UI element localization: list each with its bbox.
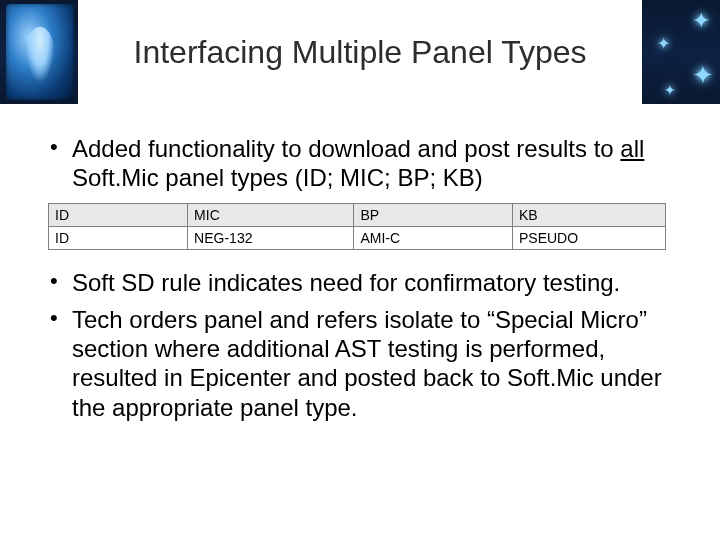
td-bp: AMI-C (354, 226, 513, 249)
th-kb: KB (513, 203, 666, 226)
th-id: ID (49, 203, 188, 226)
slide-body: Added functionality to download and post… (0, 104, 720, 422)
table-header-row: ID MIC BP KB (49, 203, 666, 226)
td-kb: PSEUDO (513, 226, 666, 249)
bullet-1: Added functionality to download and post… (46, 134, 674, 193)
th-mic: MIC (188, 203, 354, 226)
td-id: ID (49, 226, 188, 249)
th-bp: BP (354, 203, 513, 226)
bullet-3: Tech orders panel and refers isolate to … (46, 305, 674, 422)
slide-header: ✦ ✦ ✦ ✦ Interfacing Multiple Panel Types (0, 0, 720, 104)
bullet-1-underlined: all (620, 135, 644, 162)
td-mic: NEG-132 (188, 226, 354, 249)
bullet-1-pre: Added functionality to download and post… (72, 135, 620, 162)
panel-type-table: ID MIC BP KB ID NEG-132 AMI-C PSEUDO (48, 203, 666, 250)
bullet-list: Added functionality to download and post… (46, 134, 674, 193)
bullet-list-2: Soft SD rule indicates need for confirma… (46, 268, 674, 422)
bullet-1-post: Soft.Mic panel types (ID; MIC; BP; KB) (72, 164, 483, 191)
bullet-2: Soft SD rule indicates need for confirma… (46, 268, 674, 297)
table-row: ID NEG-132 AMI-C PSEUDO (49, 226, 666, 249)
title-wrap: Interfacing Multiple Panel Types (0, 0, 720, 104)
slide-title: Interfacing Multiple Panel Types (134, 34, 587, 71)
